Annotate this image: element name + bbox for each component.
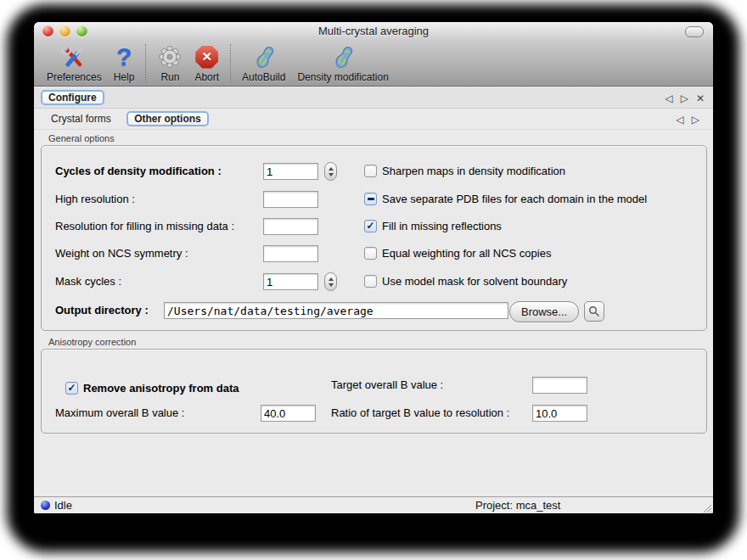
target-b-value-input[interactable]: [532, 377, 587, 394]
tab-next-arrow[interactable]: ▷: [692, 114, 699, 126]
checkbox-label: Remove anisotropy from data: [83, 382, 239, 395]
max-b-value-input[interactable]: [261, 405, 316, 422]
toolbar-item-label: Preferences: [47, 71, 102, 83]
field-label: Ratio of target B value to resolution :: [331, 405, 509, 422]
toolbar-separator: [230, 44, 231, 83]
group-legend: General options: [48, 133, 115, 143]
remove-anisotropy-checkbox[interactable]: [65, 382, 78, 395]
tab-other-options[interactable]: Other options: [126, 111, 209, 126]
density-modification-button[interactable]: Density modification: [297, 42, 388, 83]
high-resolution-input[interactable]: [263, 191, 318, 208]
main-tab-bar: Configure ◁ ▷ ✕: [34, 87, 713, 109]
protein-model-icon: [251, 42, 277, 71]
equal-weighting-checkbox[interactable]: [364, 247, 377, 260]
tab-prev-arrow[interactable]: ◁: [665, 92, 672, 104]
model-mask-checkbox[interactable]: [364, 275, 377, 288]
toolbar-toggle-button[interactable]: [685, 26, 704, 37]
toolbar-separator: [145, 44, 146, 83]
gear-icon: [157, 42, 183, 71]
ncs-weight-input[interactable]: [263, 245, 318, 262]
checkbox-label: Sharpen maps in density modification: [382, 165, 565, 177]
field-label: Resolution for filling in missing data :: [55, 218, 234, 235]
save-separate-pdb-checkbox[interactable]: [364, 193, 377, 205]
status-text: Idle: [54, 497, 72, 513]
cycles-spinner[interactable]: [324, 162, 337, 181]
resize-grip[interactable]: [701, 501, 712, 512]
magnifier-button[interactable]: [584, 301, 604, 322]
checkbox-label: Save separate PDB files for each domain …: [382, 193, 647, 205]
window-title: Multi-crystal averaging: [34, 22, 713, 40]
tab-close-icon[interactable]: ✕: [696, 92, 705, 104]
field-label: High resolution :: [55, 191, 135, 208]
question-icon: ?: [116, 42, 132, 71]
cycles-density-modification-input[interactable]: [263, 163, 318, 180]
tab-next-arrow[interactable]: ▷: [681, 92, 688, 104]
checkbox-label: Fill in missing reflections: [382, 220, 502, 232]
ratio-b-value-input[interactable]: [532, 405, 587, 422]
checkbox-label: Use model mask for solvent boundary: [382, 275, 567, 288]
toolbar-item-label: Density modification: [297, 71, 388, 83]
mask-cycles-spinner[interactable]: [324, 272, 337, 291]
title-bar[interactable]: Multi-crystal averaging: [34, 22, 713, 40]
tab-prev-arrow[interactable]: ◁: [677, 114, 684, 126]
tab-configure[interactable]: Configure: [41, 90, 104, 105]
tools-icon: [60, 42, 87, 71]
sharpen-maps-checkbox[interactable]: [364, 165, 377, 177]
abort-button[interactable]: ✕ Abort: [194, 42, 219, 83]
group-legend: Anisotropy correction: [48, 337, 136, 347]
magnifier-icon: [588, 305, 600, 317]
toolbar-item-label: Help: [114, 71, 135, 83]
status-bar: Idle Project: mca_test: [34, 496, 713, 513]
fill-missing-reflections-checkbox[interactable]: [364, 220, 377, 232]
autobuild-button[interactable]: AutoBuild: [242, 42, 285, 83]
field-label: Output directory :: [55, 302, 149, 319]
toolbar-item-label: Run: [160, 71, 179, 83]
field-label: Target overall B value :: [331, 377, 443, 394]
field-label: Weight on NCS symmetry :: [55, 245, 188, 262]
resolution-filling-input[interactable]: [263, 218, 318, 235]
browse-button[interactable]: Browse...: [509, 301, 579, 322]
toolbar-item-label: Abort: [194, 71, 219, 83]
stop-x-icon: ✕: [195, 42, 218, 71]
preferences-button[interactable]: Preferences: [47, 42, 102, 83]
mask-cycles-input[interactable]: [263, 273, 318, 290]
status-idle-icon: [41, 501, 50, 510]
protein-model-icon: [330, 42, 356, 71]
run-button[interactable]: Run: [157, 42, 183, 83]
toolbar: Preferences ? Help Run: [34, 40, 713, 87]
help-button[interactable]: ? Help: [114, 42, 135, 83]
sub-tab-bar: Crystal forms Other options ◁ ▷: [34, 109, 713, 130]
checkbox-label: Equal weighting for all NCS copies: [382, 247, 551, 260]
toolbar-item-label: AutoBuild: [242, 71, 285, 83]
field-label: Maximum overall B value :: [55, 405, 184, 422]
field-label: Cycles of density modification :: [55, 163, 222, 180]
app-window: Multi-crystal averaging Preferences ? He…: [34, 22, 713, 513]
field-label: Mask cycles :: [55, 273, 121, 290]
tab-crystal-forms[interactable]: Crystal forms: [44, 112, 118, 126]
output-directory-input[interactable]: [164, 302, 508, 319]
project-label: Project: mca_test: [475, 497, 560, 513]
